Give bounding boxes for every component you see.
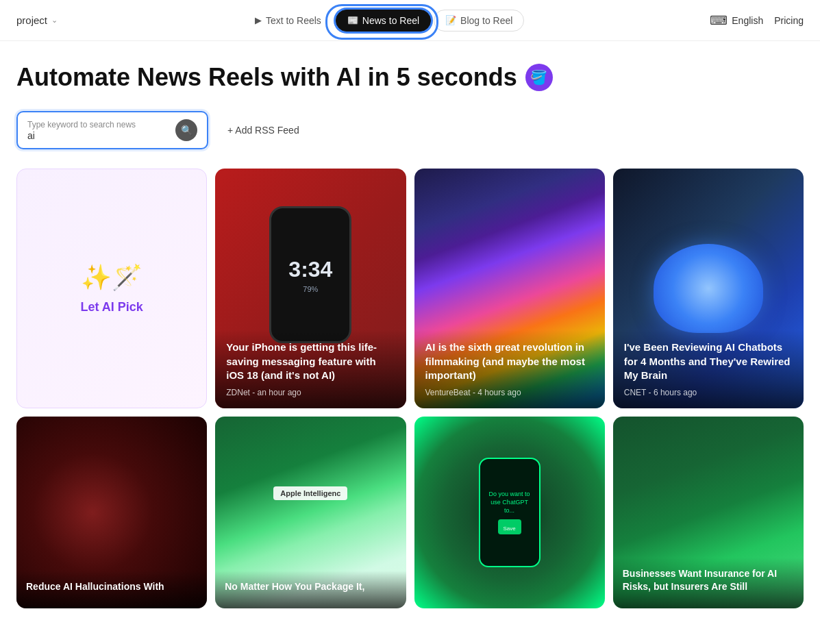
news-card-insurance[interactable]: Businesses Want Insurance for AI Risks, … [613,417,804,608]
search-value: ai [27,130,170,141]
apple-event-overlay: Apple Intelligenc [273,486,347,500]
tab-news-to-reel[interactable]: 📰 News to Reel [336,10,431,32]
card-overlay-brain: I've Been Reviewing AI Chatbots for 4 Mo… [613,330,804,408]
card-overlay-iphone: Your iPhone is getting this life-saving … [215,330,406,408]
language-selector[interactable]: ⌨ English [710,13,763,28]
rss-label: + Add RSS Feed [227,125,299,136]
phone-time-display: 3:34 [288,257,332,282]
tab-blog-to-reel-label: Blog to Reel [460,15,512,26]
search-icon: 🔍 [181,125,192,136]
magic-wand-icon: ✨🪄 [81,263,142,292]
green-phone-image: Do you want to use ChatGPT to... Save [479,458,541,567]
news-card-brain[interactable]: I've Been Reviewing AI Chatbots for 4 Mo… [613,169,804,408]
tab-news-to-reel-label: News to Reel [362,15,419,26]
brain-image [654,244,763,333]
news-card-iphone[interactable]: 3:34 79% Your iPhone is getting this lif… [215,169,406,408]
news-grid-row2: Reduce AI Hallucinations With Apple Inte… [16,417,804,608]
blog-icon: 📝 [445,15,456,25]
search-row: Type keyword to search news ai 🔍 + Add R… [16,111,804,149]
main-content: Automate News Reels with AI in 5 seconds… [0,41,820,622]
tab-text-to-reel-label: Text to Reels [266,15,321,26]
nav-right: ⌨ English Pricing [710,13,804,28]
card-meta-iphone: ZDNet - an hour ago [226,388,395,397]
card-title-iphone: Your iPhone is getting this life-saving … [226,340,395,382]
card-title-insurance: Businesses Want Insurance for AI Risks, … [623,567,794,593]
language-label: English [732,15,763,26]
video-icon: ▶ [255,15,262,25]
add-rss-button[interactable]: + Add RSS Feed [219,119,308,141]
translate-icon: ⌨ [710,13,728,28]
page-title: Automate News Reels with AI in 5 seconds… [16,63,804,92]
card-title-filmmaking: AI is the sixth great revolution in film… [425,340,594,382]
news-card-filmmaking[interactable]: AI is the sixth great revolution in film… [414,169,605,408]
chevron-down-icon: ⌄ [51,16,58,25]
news-card-apple[interactable]: Apple Intelligenc No Matter How You Pack… [215,417,406,608]
search-button[interactable]: 🔍 [175,119,197,141]
news-card-hallucinations[interactable]: Reduce AI Hallucinations With [16,417,207,608]
card-title-hallucinations: Reduce AI Hallucinations With [26,580,197,593]
news-grid-row1: ✨🪄 Let AI Pick 3:34 79% Your iPhone is g… [16,169,804,408]
search-inner: Type keyword to search news ai [27,120,170,141]
nav-tabs: ▶ Text to Reels 📰 News to Reel 📝 Blog to… [243,10,524,32]
ai-pick-label: Let AI Pick [80,300,142,314]
pricing-link[interactable]: Pricing [774,15,804,26]
news-icon: 📰 [347,15,358,25]
search-box: Type keyword to search news ai 🔍 [16,111,208,149]
search-placeholder: Type keyword to search news [27,120,170,129]
news-card-chatgpt[interactable]: Do you want to use ChatGPT to... Save [414,417,605,608]
card-title-brain: I've Been Reviewing AI Chatbots for 4 Mo… [624,340,793,382]
phone-image: 3:34 79% [269,206,351,343]
card-meta-filmmaking: VentureBeat - 4 hours ago [425,388,594,397]
project-label: project [16,14,47,26]
card-meta-brain: CNET - 6 hours ago [624,388,793,397]
tab-text-to-reel[interactable]: ▶ Text to Reels [243,10,333,32]
card-overlay-apple: No Matter How You Package It, [215,571,406,608]
card-title-apple: No Matter How You Package It, [225,580,396,593]
navbar: project ⌄ ▶ Text to Reels 📰 News to Reel… [0,0,820,41]
card-overlay-insurance: Businesses Want Insurance for AI Risks, … [613,558,804,608]
card-overlay-filmmaking: AI is the sixth great revolution in film… [414,330,605,408]
tab-blog-to-reel[interactable]: 📝 Blog to Reel [434,10,524,32]
ai-pick-card[interactable]: ✨🪄 Let AI Pick [16,169,207,408]
card-overlay-hallucinations: Reduce AI Hallucinations With [16,571,207,608]
robot-emoji: 🪣 [525,64,553,91]
project-selector[interactable]: project ⌄ [16,14,58,26]
